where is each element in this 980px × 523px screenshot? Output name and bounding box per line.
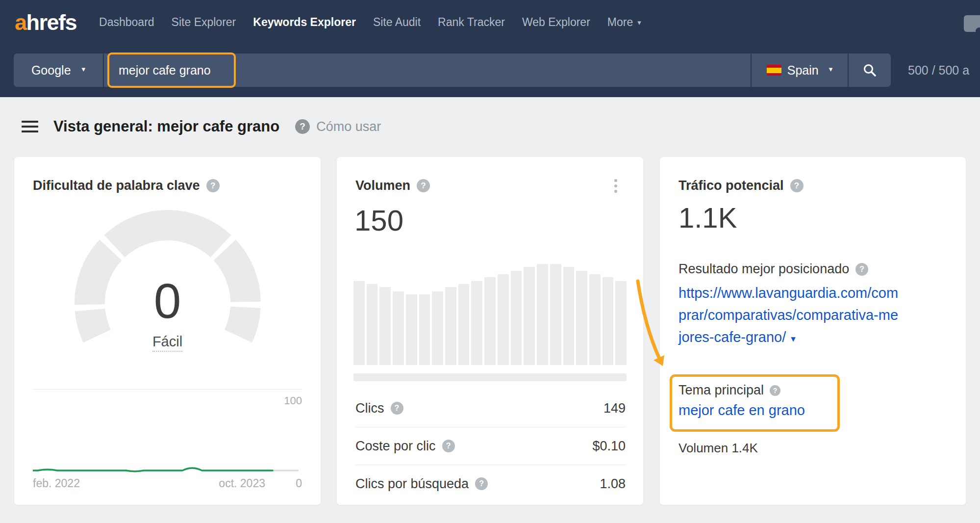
- top-result-label: Resultado mejor posicionado ?: [678, 262, 868, 277]
- top-result-url-link[interactable]: https://www.lavanguardia.com/com prar/co…: [678, 282, 946, 350]
- nav-items: Dashboard Site Explorer Keywords Explore…: [99, 16, 641, 29]
- keyword-input[interactable]: mejor cafe grano: [103, 53, 751, 87]
- metric-row-clicks: Clics ? 149: [355, 390, 626, 427]
- kebab-icon[interactable]: [611, 176, 620, 196]
- page-header: Vista general: mejor cafe grano ? Cómo u…: [22, 118, 381, 135]
- chevron-down-icon: ▾: [637, 18, 641, 27]
- volume-bar: [419, 294, 430, 365]
- metric-value: 1.08: [600, 476, 626, 492]
- query-text: mejor cafe grano: [119, 63, 211, 78]
- hamburger-icon[interactable]: [22, 121, 38, 132]
- volume-bar: [563, 267, 575, 365]
- chevron-down-icon: ▾: [829, 65, 833, 74]
- volume-bar: [353, 281, 365, 365]
- query-highlight-box: mejor cafe grano: [107, 52, 236, 88]
- volume-bar: [524, 267, 535, 365]
- question-mark-icon[interactable]: ?: [442, 440, 455, 452]
- parent-topic-highlight-box: Tema principal ? mejor cafe en grano: [670, 374, 840, 432]
- volume-bar: [603, 277, 614, 365]
- volume-bar: [550, 264, 561, 365]
- volume-bar: [445, 287, 456, 365]
- volume-metric-rows: Clics ? 149 Coste por clic ? $0.10 Clics…: [355, 390, 626, 502]
- kd-axis-start-label: feb. 2022: [33, 477, 80, 490]
- volume-bar: [471, 281, 482, 365]
- search-engine-label: Google: [31, 63, 71, 78]
- search-engine-dropdown[interactable]: Google ▾: [14, 53, 103, 87]
- volume-bar: [379, 287, 391, 365]
- volume-bar: [393, 291, 404, 365]
- how-to-use-label: Cómo usar: [316, 119, 381, 134]
- url-line: jores-cafe-grano/: [678, 329, 786, 345]
- card-title-traffic: Tráfico potencial ?: [678, 178, 804, 193]
- ahrefs-logo[interactable]: ahrefs: [15, 11, 76, 33]
- metric-label: Coste por clic: [355, 439, 436, 454]
- volume-card: Volumen ? 150 Clics ? 149 Coste por clic…: [336, 157, 644, 505]
- volume-bar: [511, 271, 522, 365]
- volume-bar: [432, 291, 443, 365]
- question-mark-icon[interactable]: ?: [475, 477, 488, 490]
- browser-window-icon[interactable]: [964, 15, 980, 32]
- difficulty-value: 0: [14, 276, 321, 325]
- traffic-potential-card: Tráfico potencial ? 1.1K Resultado mejor…: [659, 157, 966, 505]
- parent-topic-label: Tema principal ?: [678, 383, 837, 398]
- metric-value: $0.10: [592, 439, 626, 454]
- question-mark-icon[interactable]: ?: [790, 179, 804, 192]
- card-title-volume: Volumen ?: [355, 178, 430, 193]
- volume-bar: [406, 294, 417, 365]
- difficulty-rating[interactable]: Fácil: [14, 334, 321, 350]
- nav-item-site-audit[interactable]: Site Audit: [373, 16, 421, 29]
- kd-history-sparkline: [33, 461, 299, 477]
- metric-label: Clics por búsqueda: [355, 476, 469, 492]
- top-navbar: ahrefs Dashboard Site Explorer Keywords …: [0, 0, 980, 97]
- keyword-difficulty-card: Dificultad de palabra clave ? 0 Fácil 10…: [14, 157, 321, 505]
- kd-axis-max-label: 100: [284, 394, 302, 407]
- nav-item-rank-tracker[interactable]: Rank Tracker: [438, 16, 505, 29]
- how-to-use-link[interactable]: ? Cómo usar: [295, 119, 381, 134]
- question-mark-icon[interactable]: ?: [417, 179, 430, 192]
- question-mark-icon[interactable]: ?: [770, 385, 780, 396]
- chevron-down-icon[interactable]: ▾: [791, 334, 796, 344]
- ahrefs-keywords-overview-page: { "nav": { "logo_a": "a", "logo_rest": "…: [0, 0, 980, 523]
- kd-axis-min-label: 0: [296, 477, 302, 490]
- nav-item-dashboard[interactable]: Dashboard: [99, 16, 154, 29]
- nav-item-web-explorer[interactable]: Web Explorer: [522, 16, 590, 29]
- quota-counter: 500 / 500 a: [908, 53, 969, 87]
- page-title: Vista general: mejor cafe grano: [53, 118, 279, 135]
- url-line: prar/comparativas/comparativa-me: [678, 307, 898, 323]
- main-nav: ahrefs Dashboard Site Explorer Keywords …: [15, 6, 641, 38]
- nav-item-more[interactable]: More▾: [607, 16, 641, 29]
- volume-trend-chart: [353, 264, 627, 365]
- url-line: https://www.lavanguardia.com/com: [678, 285, 898, 301]
- volume-bar: [367, 284, 378, 365]
- nav-item-site-explorer[interactable]: Site Explorer: [172, 16, 236, 29]
- volume-bar: [589, 274, 601, 365]
- logo-rest: hrefs: [26, 10, 77, 35]
- metric-label: Clics: [355, 401, 384, 416]
- traffic-value: 1.1K: [678, 204, 737, 232]
- metric-value: 149: [603, 401, 626, 416]
- volume-value: 150: [354, 206, 403, 235]
- parent-topic-volume: Volumen 1.4K: [678, 441, 758, 456]
- question-mark-icon[interactable]: ?: [391, 402, 403, 415]
- nav-item-keywords-explorer[interactable]: Keywords Explorer: [253, 16, 356, 29]
- volume-bar: [576, 271, 587, 365]
- spain-flag-icon: [767, 65, 781, 76]
- country-label: Spain: [787, 63, 819, 78]
- kd-axis-end-label: oct. 2023: [219, 477, 265, 490]
- divider: [33, 389, 302, 390]
- country-dropdown[interactable]: Spain ▾: [751, 53, 848, 87]
- metric-row-cpc: Coste por clic ? $0.10: [355, 427, 626, 465]
- volume-bar: [458, 284, 470, 365]
- logo-letter-a: a: [15, 10, 26, 35]
- volume-bar: [484, 277, 496, 365]
- parent-topic-link[interactable]: mejor cafe en grano: [678, 402, 837, 418]
- question-mark-icon[interactable]: ?: [855, 263, 868, 276]
- keyword-search-bar: Google ▾ mejor cafe grano Spain ▾: [14, 53, 891, 87]
- volume-bar: [615, 281, 627, 365]
- magnifier-icon: [863, 63, 877, 77]
- volume-chart-scrollbar[interactable]: [353, 373, 627, 381]
- volume-bar: [537, 264, 548, 365]
- volume-bar: [498, 274, 509, 365]
- search-button[interactable]: [848, 53, 891, 87]
- metric-row-clicks-per-search: Clics por búsqueda ? 1.08: [355, 465, 626, 502]
